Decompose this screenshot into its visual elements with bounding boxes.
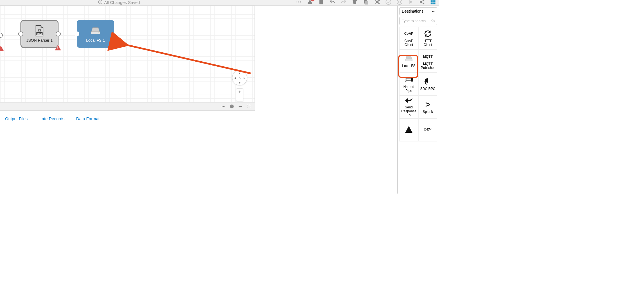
triangle-alert-icon — [405, 125, 413, 134]
validate-icon[interactable] — [385, 0, 391, 5]
refresh-icon — [424, 29, 432, 38]
svg-text:{;}: {;} — [38, 29, 41, 32]
tab-data-format[interactable]: Data Format — [76, 116, 99, 123]
save-status-text: All Changes Saved — [104, 0, 140, 5]
node-output-port[interactable] — [56, 31, 61, 36]
palette-item-http-client[interactable]: HTTP Client — [418, 27, 437, 50]
top-toolbar: All Changes Saved — [0, 0, 439, 6]
pipeline-canvas[interactable]: {;} JSON JSON Parser 1 Local FS 1 ▴ ◂⌂▸ … — [0, 6, 255, 102]
tab-late-records[interactable]: Late Records — [39, 116, 64, 123]
svg-rect-18 — [434, 1, 436, 3]
svg-point-29 — [223, 106, 224, 107]
node-input-port[interactable] — [18, 31, 23, 36]
search-input[interactable]: Type to search ⓧ — [399, 17, 437, 25]
splunk-icon: > — [424, 100, 432, 109]
svg-point-11 — [423, 0, 424, 1]
svg-point-26 — [98, 32, 99, 33]
trash-icon[interactable] — [352, 0, 358, 5]
minimize-icon[interactable] — [238, 104, 242, 109]
pipe-icon — [405, 75, 413, 84]
svg-rect-17 — [432, 1, 434, 3]
coap-text-icon: CoAP — [405, 29, 413, 38]
zoom-control: + − — [236, 89, 243, 101]
mqtt-text-icon: MQTT — [424, 52, 432, 61]
shuffle-icon[interactable] — [374, 0, 380, 5]
drive-icon — [405, 54, 413, 63]
expand-icon[interactable] — [246, 104, 251, 109]
canvas-nav-pad[interactable]: ▴ ◂⌂▸ ▾ — [232, 70, 247, 85]
help-icon[interactable]: ? — [230, 104, 234, 109]
svg-rect-4 — [319, 0, 323, 4]
palette-item-dev[interactable]: DEV — [418, 118, 437, 141]
palette-item-label: Send Response To — [401, 105, 417, 117]
warning-icon — [0, 46, 4, 51]
svg-point-35 — [411, 60, 412, 60]
dev-text-icon: DEV — [424, 125, 432, 134]
svg-point-0 — [98, 0, 102, 4]
search-placeholder: Type to search — [402, 19, 426, 23]
svg-rect-21 — [434, 3, 436, 4]
palette-item-splunk[interactable]: > Splunk — [418, 96, 437, 118]
undo-icon[interactable] — [329, 0, 335, 5]
grid-icon[interactable] — [430, 0, 436, 5]
node-json-parser[interactable]: {;} JSON JSON Parser 1 — [20, 20, 59, 48]
warning-icon[interactable] — [55, 45, 61, 50]
palette-item-label: MQTT Publisher — [420, 62, 436, 70]
nav-down-icon[interactable]: ▾ — [239, 81, 241, 85]
svg-text:JSON: JSON — [37, 33, 42, 35]
node-label: Local FS 1 — [86, 38, 105, 43]
palette-item-label: Local FS — [402, 64, 415, 68]
palette-item-label: Named Pipe — [401, 85, 417, 93]
svg-point-1 — [297, 1, 298, 3]
tab-output-files[interactable]: Output Files — [5, 116, 28, 123]
palette-item-error[interactable] — [399, 118, 418, 141]
checkmark-icon — [98, 0, 102, 5]
svg-rect-6 — [365, 1, 368, 4]
node-local-fs[interactable]: Local FS 1 — [77, 20, 114, 48]
svg-point-3 — [300, 1, 301, 3]
nav-left-icon[interactable]: ◂ — [234, 76, 236, 80]
palette-item-label: SDC RPC — [420, 87, 435, 91]
palette-item-named-pipe[interactable]: Named Pipe — [399, 73, 418, 96]
swirl-icon — [424, 77, 432, 86]
clear-icon[interactable]: ⓧ — [431, 18, 435, 23]
more-icon[interactable] — [221, 104, 226, 109]
svg-rect-38 — [406, 79, 411, 80]
palette-item-label: HTTP Client — [420, 39, 436, 47]
share-icon[interactable] — [419, 0, 425, 5]
palette-item-send-response[interactable]: Send Response To — [399, 96, 418, 118]
copy-icon[interactable] — [363, 0, 369, 5]
node-input-port[interactable] — [74, 31, 79, 36]
category-dropdown[interactable]: Destinations ▴▾ — [399, 7, 437, 15]
preview-icon[interactable] — [396, 0, 403, 5]
palette-item-label: Splunk — [423, 110, 433, 114]
save-status: All Changes Saved — [98, 0, 140, 5]
canvas-input-port[interactable] — [0, 33, 3, 38]
document-icon[interactable] — [318, 0, 324, 5]
svg-rect-20 — [432, 3, 434, 4]
dropdown-label: Destinations — [402, 9, 423, 13]
json-file-icon: {;} JSON — [34, 25, 45, 36]
stage-library-sidebar: Destinations ▴▾ Type to search ⓧ CoAP Co… — [397, 6, 439, 194]
palette-item-local-fs[interactable]: Local FS — [399, 50, 418, 73]
zoom-out-button[interactable]: − — [236, 95, 243, 101]
svg-rect-16 — [431, 1, 432, 3]
svg-point-28 — [222, 106, 223, 107]
stage-palette: CoAP CoAP Client HTTP Client Local FS MQ… — [399, 27, 437, 141]
nav-up-icon[interactable]: ▴ — [239, 71, 241, 75]
alert-icon[interactable] — [307, 0, 313, 5]
palette-item-coap-client[interactable]: CoAP CoAP Client — [399, 27, 418, 50]
nav-right-icon[interactable]: ▸ — [244, 76, 245, 80]
palette-item-sdc-rpc[interactable]: SDC RPC — [418, 73, 437, 96]
nav-home-icon[interactable]: ⌂ — [239, 76, 241, 80]
drive-icon — [90, 25, 101, 36]
play-icon[interactable] — [408, 0, 414, 5]
svg-rect-13 — [431, 0, 432, 1]
svg-point-30 — [224, 106, 225, 107]
more-icon[interactable] — [296, 0, 302, 5]
zoom-in-button[interactable]: + — [236, 89, 243, 95]
palette-item-mqtt-publisher[interactable]: MQTT MQTT Publisher — [418, 50, 437, 73]
palette-item-label: CoAP Client — [401, 39, 417, 47]
redo-icon[interactable] — [340, 0, 347, 5]
svg-rect-15 — [434, 0, 436, 1]
